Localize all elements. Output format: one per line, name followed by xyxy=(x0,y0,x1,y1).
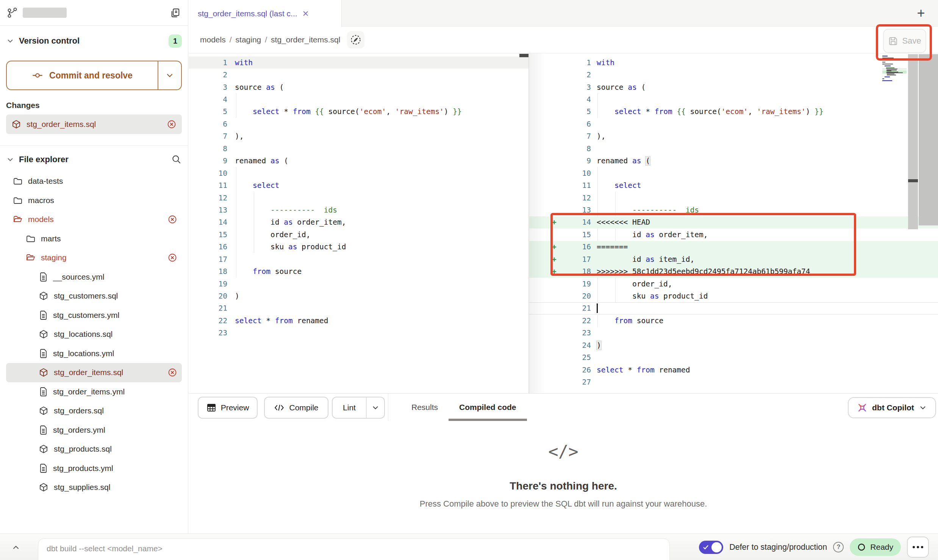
minimap[interactable] xyxy=(882,56,907,81)
file-item-stg_orders.sql[interactable]: stg_orders.sql xyxy=(6,401,182,421)
doc-icon xyxy=(39,310,48,320)
file-item-stg_products.sql[interactable]: stg_products.sql xyxy=(6,440,182,459)
breadcrumb: models/staging/stg_order_items.sql xyxy=(200,35,340,44)
line-number: 9 xyxy=(189,156,227,165)
line-number: 17 xyxy=(569,255,591,264)
revert-file-icon[interactable] xyxy=(167,214,177,224)
diff-added-marker: + xyxy=(529,267,569,276)
editor-pane-original[interactable]: 1with23source as (45 select * from {{ so… xyxy=(189,53,528,393)
lint-button[interactable]: Lint xyxy=(332,397,385,419)
line-number: 7 xyxy=(189,132,227,141)
defer-label: Defer to staging/production xyxy=(729,543,827,552)
revert-file-icon[interactable] xyxy=(167,368,177,377)
changed-file-row[interactable]: stg_order_items.sql xyxy=(6,114,182,134)
file-item-stg_products.yml[interactable]: stg_products.yml xyxy=(6,459,182,478)
save-button[interactable]: Save xyxy=(883,29,926,53)
code-line-6: 6 xyxy=(529,118,938,130)
file-item-stg_customers.yml[interactable]: stg_customers.yml xyxy=(6,306,182,325)
chevron-down-icon[interactable] xyxy=(6,37,14,45)
branch-name-skeleton xyxy=(23,8,67,18)
tab-stg-order-items[interactable]: stg_order_items.sql (last c... × xyxy=(189,0,342,27)
close-tab-icon[interactable]: × xyxy=(303,8,309,19)
code-line-22: 22select * from renamed xyxy=(189,314,528,327)
file-item-stg_supplies.sql[interactable]: stg_supplies.sql xyxy=(6,478,182,497)
model-icon xyxy=(11,119,21,129)
diff-added-marker: + xyxy=(529,218,569,227)
defer-toggle[interactable] xyxy=(699,541,723,554)
code-line-11: 11 select xyxy=(189,179,528,191)
code-line-1: 1with xyxy=(189,56,528,69)
compile-button[interactable]: Compile xyxy=(264,397,328,419)
copy-icon[interactable] xyxy=(170,7,181,19)
diff-gutter xyxy=(529,292,569,300)
code-text: ), xyxy=(235,132,244,141)
file-item-stg_orders.yml[interactable]: stg_orders.yml xyxy=(6,421,182,440)
line-number: 20 xyxy=(189,292,227,300)
left-pane-scrollbar-thumb[interactable] xyxy=(519,54,528,57)
file-item-stg_order_items.sql[interactable]: stg_order_items.sql xyxy=(6,363,182,382)
commit-options-caret[interactable] xyxy=(158,61,181,89)
editor-pane-modified[interactable]: 1with 2 3source as ( 4 5 select * from {… xyxy=(529,53,938,393)
diff-gutter xyxy=(529,58,569,67)
file-item-stg_customers.sql[interactable]: stg_customers.sql xyxy=(6,286,182,306)
file-item-staging[interactable]: staging xyxy=(6,248,182,267)
help-icon[interactable]: ? xyxy=(833,542,844,552)
line-number: 1 xyxy=(569,58,591,67)
folder-icon xyxy=(13,196,23,205)
scrollbar-marker xyxy=(908,179,918,182)
file-item-data-tests[interactable]: data-tests xyxy=(6,172,182,191)
file-item-stg_order_items.yml[interactable]: stg_order_items.yml xyxy=(6,382,182,402)
file-item-stg_locations.sql[interactable]: stg_locations.sql xyxy=(6,325,182,344)
code-text: from source xyxy=(235,267,302,276)
file-item-stg_locations.yml[interactable]: stg_locations.yml xyxy=(6,344,182,363)
breadcrumb-part[interactable]: models xyxy=(200,35,226,44)
code-line-20: 20) xyxy=(189,290,528,302)
line-number: 23 xyxy=(189,328,227,337)
chevron-down-icon[interactable] xyxy=(6,155,14,164)
file-item-label: staging xyxy=(41,253,67,262)
code-line-11: 11 select xyxy=(529,179,938,191)
line-number: 26 xyxy=(569,366,591,374)
compass-icon xyxy=(350,34,361,45)
code-line-27: 27 xyxy=(529,376,938,388)
chevron-up-icon[interactable] xyxy=(9,541,23,554)
breadcrumb-part[interactable]: staging xyxy=(236,35,261,44)
code-line-22: 22 from source xyxy=(529,314,938,327)
breadcrumb-part[interactable]: stg_order_items.sql xyxy=(271,35,340,44)
file-item-label: stg_orders.sql xyxy=(54,406,104,415)
line-number: 10 xyxy=(189,169,227,178)
search-icon[interactable] xyxy=(171,154,182,165)
scrollbar-track-wide[interactable] xyxy=(919,54,938,225)
file-item-marts[interactable]: marts xyxy=(6,229,182,249)
dbt-copilot-button[interactable]: dbt Copilot xyxy=(848,397,936,418)
new-tab-button[interactable]: + xyxy=(912,5,930,22)
file-item-label: stg_locations.yml xyxy=(53,349,114,358)
doc-icon xyxy=(39,272,48,282)
tab-results[interactable]: Results xyxy=(401,394,449,421)
more-options-button[interactable] xyxy=(907,537,929,558)
check-icon xyxy=(702,544,709,551)
lint-options-caret[interactable] xyxy=(366,397,384,418)
line-number: 24 xyxy=(569,341,591,350)
lineage-button[interactable] xyxy=(347,31,364,48)
code-text: sku as product_id xyxy=(235,242,346,251)
revert-file-icon[interactable] xyxy=(167,119,177,129)
file-item-__sources.yml[interactable]: __sources.yml xyxy=(6,267,182,287)
commit-and-resolve-button[interactable]: Commit and resolve xyxy=(6,61,182,90)
preview-button[interactable]: Preview xyxy=(198,397,258,419)
file-item-models[interactable]: models xyxy=(6,210,182,229)
lint-label[interactable]: Lint xyxy=(333,397,366,418)
scrollbar-track-narrow[interactable] xyxy=(908,54,918,229)
preview-label: Preview xyxy=(221,403,249,412)
model-icon xyxy=(39,406,48,416)
file-item-label: stg_supplies.sql xyxy=(54,483,110,492)
diff-added-marker: + xyxy=(529,242,569,251)
code-line-15: 15 id as order_item, xyxy=(529,228,938,241)
code-text: ), xyxy=(597,132,605,141)
command-input[interactable]: dbt build --select <model_name> xyxy=(38,538,670,560)
file-item-macros[interactable]: macros xyxy=(6,191,182,210)
tab-compiled-code[interactable]: Compiled code xyxy=(449,394,527,421)
revert-file-icon[interactable] xyxy=(167,253,177,263)
version-control-title: Version control xyxy=(19,36,80,46)
code-text: renamed as ( xyxy=(597,156,650,165)
